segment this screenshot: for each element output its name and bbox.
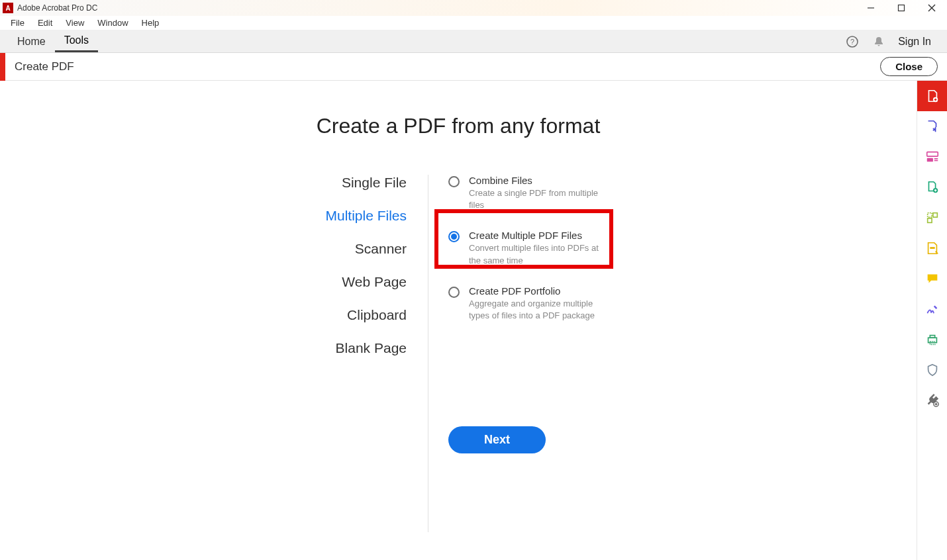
svg-rect-13 — [932, 213, 936, 217]
menubar: File Edit View Window Help — [0, 16, 947, 30]
source-clipboard[interactable]: Clipboard — [296, 307, 407, 323]
tool-title: Create PDF — [15, 60, 74, 73]
menu-help[interactable]: Help — [135, 17, 166, 29]
source-type-list: Single File Multiple Files Scanner Web P… — [296, 175, 428, 532]
rail-protect-icon[interactable] — [917, 355, 948, 385]
option-create-multiple[interactable]: Create Multiple PDF Files Convert multip… — [448, 230, 621, 266]
option-combine-files[interactable]: Combine Files Create a single PDF from m… — [448, 175, 621, 211]
rail-create-pdf-icon[interactable] — [917, 81, 948, 111]
option-portfolio-label: Create PDF Portfolio — [469, 285, 608, 297]
tab-home[interactable]: Home — [8, 32, 55, 52]
option-combine-desc: Create a single PDF from multiple files — [469, 187, 608, 211]
close-window-button[interactable] — [917, 0, 947, 16]
window-controls — [856, 0, 947, 16]
radio-combine-files[interactable] — [448, 176, 460, 187]
rail-edit-pdf-icon[interactable] — [917, 142, 948, 172]
rail-print-icon[interactable] — [917, 324, 948, 355]
titlebar: A Adobe Acrobat Pro DC — [0, 0, 947, 16]
right-tool-rail — [917, 81, 947, 560]
svg-rect-1 — [899, 5, 905, 11]
source-blank-page[interactable]: Blank Page — [296, 340, 407, 356]
tabbar: Home Tools ? Sign In — [0, 30, 947, 53]
option-create-multiple-desc: Convert multiple files into PDFs at the … — [469, 242, 608, 266]
option-portfolio-desc: Aggregate and organize multiple types of… — [469, 298, 608, 322]
option-portfolio[interactable]: Create PDF Portfolio Aggregate and organ… — [448, 285, 621, 322]
menu-file[interactable]: File — [4, 17, 31, 29]
rail-comment-icon[interactable] — [917, 263, 948, 294]
tool-header: Create PDF Close — [0, 53, 947, 81]
notifications-icon[interactable] — [872, 34, 886, 49]
maximize-button[interactable] — [886, 0, 917, 16]
menu-edit[interactable]: Edit — [31, 17, 59, 29]
menu-view[interactable]: View — [59, 17, 91, 29]
tab-tools-label: Tools — [64, 34, 89, 46]
svg-rect-7 — [926, 152, 938, 156]
tab-home-label: Home — [17, 36, 46, 47]
app-icon: A — [3, 3, 13, 13]
svg-text:?: ? — [850, 38, 854, 46]
source-single-file[interactable]: Single File — [296, 175, 407, 191]
options-column: Combine Files Create a single PDF from m… — [428, 175, 621, 532]
tool-accent-tab — [0, 53, 5, 81]
rail-organize-icon[interactable] — [917, 203, 948, 233]
rail-combine-icon[interactable] — [917, 172, 948, 203]
svg-rect-14 — [927, 218, 931, 222]
svg-rect-15 — [930, 247, 934, 249]
svg-rect-8 — [926, 158, 932, 162]
main-panel: Create a PDF from any format Single File… — [0, 81, 917, 560]
rail-export-pdf-icon[interactable] — [917, 111, 948, 142]
minimize-button[interactable] — [856, 0, 886, 16]
source-multiple-files[interactable]: Multiple Files — [296, 208, 407, 224]
rail-redact-icon[interactable] — [917, 233, 948, 263]
radio-portfolio[interactable] — [448, 287, 460, 298]
radio-create-multiple[interactable] — [448, 231, 460, 242]
help-icon[interactable]: ? — [845, 34, 860, 49]
rail-more-tools-icon[interactable] — [917, 385, 948, 416]
option-create-multiple-label: Create Multiple PDF Files — [469, 230, 608, 241]
source-scanner[interactable]: Scanner — [296, 241, 407, 257]
close-tool-button[interactable]: Close — [880, 57, 938, 76]
svg-rect-17 — [930, 336, 934, 338]
tab-tools[interactable]: Tools — [55, 30, 98, 52]
next-button[interactable]: Next — [448, 426, 546, 453]
page-heading: Create a PDF from any format — [0, 114, 917, 138]
sign-in-link[interactable]: Sign In — [898, 36, 939, 48]
option-combine-label: Combine Files — [469, 175, 608, 186]
svg-rect-12 — [927, 213, 931, 217]
source-web-page[interactable]: Web Page — [296, 274, 407, 290]
app-title: Adobe Acrobat Pro DC — [17, 3, 97, 13]
menu-window[interactable]: Window — [91, 17, 134, 29]
rail-sign-icon[interactable] — [917, 294, 948, 324]
